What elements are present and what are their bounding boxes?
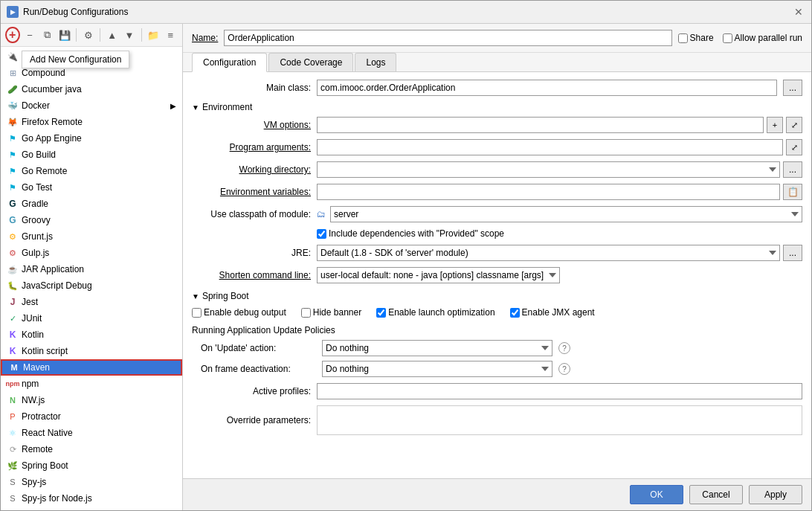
tree-item-react-native[interactable]: ⚛ React Native <box>1 425 182 441</box>
sort-button[interactable]: ≡ <box>164 27 178 43</box>
tab-configuration[interactable]: Configuration <box>192 53 267 72</box>
hide-banner-checkbox[interactable] <box>301 308 311 318</box>
tree-item-jest[interactable]: J Jest <box>1 294 182 310</box>
tree-item-go-app-engine[interactable]: ⚑ Go App Engine <box>1 130 182 147</box>
program-args-row: Program arguments: ⤢ <box>192 139 802 155</box>
ok-button[interactable]: OK <box>630 485 683 504</box>
tree-item-cucumber[interactable]: 🥒 Cucumber java <box>1 81 182 97</box>
close-button[interactable]: ✕ <box>792 5 805 19</box>
on-update-help-icon[interactable]: ? <box>558 342 570 354</box>
share-checkbox-label[interactable]: Share <box>678 33 714 43</box>
tree-item-testng[interactable]: T TestNG <box>1 507 182 510</box>
tree-item-go-build[interactable]: ⚑ Go Build <box>1 147 182 163</box>
vm-expand-btn[interactable]: + <box>767 117 783 133</box>
tree-item-go-test[interactable]: ⚑ Go Test <box>1 179 182 196</box>
enable-debug-text: Enable debug output <box>204 307 286 318</box>
tree-item-junit[interactable]: ✓ JUnit <box>1 310 182 327</box>
tab-code-coverage[interactable]: Code Coverage <box>268 53 353 71</box>
jre-select[interactable]: Default (1.8 - SDK of 'server' module) <box>317 245 780 261</box>
tree-item-label: Protractor <box>22 411 61 422</box>
main-class-browse-btn[interactable]: ... <box>783 80 802 96</box>
allow-parallel-checkbox[interactable] <box>723 33 732 43</box>
tree-item-remote[interactable]: ⟳ Remote <box>1 441 182 457</box>
shorten-cmd-label: Shorten command line: <box>192 270 311 280</box>
jre-browse-btn[interactable]: ... <box>783 245 802 261</box>
copy-config-button[interactable]: ⧉ <box>40 27 54 43</box>
tree-item-nwjs[interactable]: N NW.js <box>1 392 182 408</box>
save-config-button[interactable]: 💾 <box>57 27 71 43</box>
allow-parallel-text: Allow parallel run <box>735 33 802 43</box>
groovy-icon: G <box>7 214 19 226</box>
hide-banner-label[interactable]: Hide banner <box>301 307 361 318</box>
program-args-input[interactable] <box>317 139 783 155</box>
on-frame-select[interactable]: Do nothing Update classes and resources … <box>322 361 552 377</box>
tree-item-spring-boot[interactable]: 🌿 Spring Boot <box>1 457 182 474</box>
tree-item-groovy[interactable]: G Groovy <box>1 212 182 228</box>
tree-item-spy-js-nodejs[interactable]: S Spy-js for Node.js <box>1 490 182 507</box>
enable-debug-checkbox[interactable] <box>192 308 202 318</box>
tree-item-go-remote[interactable]: ⚑ Go Remote <box>1 163 182 179</box>
working-dir-select[interactable] <box>317 161 780 178</box>
apply-button[interactable]: Apply <box>749 485 802 504</box>
remove-config-button[interactable]: − <box>23 27 37 43</box>
tree-item-gruntjs[interactable]: ⚙ Grunt.js <box>1 228 182 245</box>
spring-boot-arrow[interactable]: ▼ <box>192 292 199 301</box>
program-args-label: Program arguments: <box>192 142 311 152</box>
tree-item-gradle[interactable]: G Gradle <box>1 196 182 212</box>
working-dir-browse-btn[interactable]: ... <box>783 161 802 178</box>
share-label: Share <box>690 33 714 43</box>
tree-item-label: npm <box>22 379 39 389</box>
tab-logs[interactable]: Logs <box>355 53 396 71</box>
add-config-button[interactable]: + <box>5 27 20 43</box>
move-down-button[interactable]: ▼ <box>122 27 136 43</box>
include-deps-checkbox[interactable] <box>317 229 326 239</box>
env-vars-btn[interactable]: 📋 <box>783 184 802 200</box>
on-update-select[interactable]: Do nothing Update classes and resources … <box>322 340 552 356</box>
spring-icon: 🌿 <box>7 460 19 472</box>
vm-options-input[interactable] <box>317 117 764 133</box>
allow-parallel-label[interactable]: Allow parallel run <box>723 33 802 43</box>
tree-item-jar[interactable]: ☕ JAR Application <box>1 261 182 277</box>
env-vars-label: Environment variables: <box>192 187 311 197</box>
enable-debug-label[interactable]: Enable debug output <box>192 307 286 318</box>
environment-section-header: ▼ Environment <box>192 102 802 112</box>
program-args-expand-btn[interactable]: ⤢ <box>786 139 802 155</box>
kotlin-script-icon: K <box>7 345 19 357</box>
content-area: + Add New Configuration − ⧉ 💾 ⚙ ▲ ▼ 📁 ≡ … <box>1 24 811 510</box>
main-class-input[interactable] <box>317 80 777 96</box>
include-deps-label[interactable]: Include dependencies with "Provided" sco… <box>317 228 504 239</box>
tree-item-label: JUnit <box>22 313 42 324</box>
cancel-button[interactable]: Cancel <box>689 485 743 504</box>
enable-jmx-label[interactable]: Enable JMX agent <box>510 307 595 318</box>
tree-item-spy-js[interactable]: S Spy-js <box>1 474 182 490</box>
share-checkbox[interactable] <box>678 33 688 43</box>
active-profiles-input[interactable] <box>317 383 802 399</box>
shorten-cmd-select[interactable]: user-local default: none - java [options… <box>317 267 560 283</box>
environment-arrow[interactable]: ▼ <box>192 103 199 112</box>
env-vars-input[interactable] <box>317 184 780 200</box>
tree-item-label: Kotlin <box>22 330 44 340</box>
tree-item-label: Firefox Remote <box>22 117 83 127</box>
tree-item-gulpjs[interactable]: ⚙ Gulp.js <box>1 245 182 261</box>
enable-launch-checkbox[interactable] <box>376 308 386 318</box>
shorten-cmd-row: Shorten command line: user-local default… <box>192 267 802 283</box>
tree-item-firefox[interactable]: 🦊 Firefox Remote <box>1 114 182 130</box>
tree-item-maven[interactable]: M Maven <box>1 359 182 376</box>
tree-item-kotlin[interactable]: K Kotlin <box>1 327 182 343</box>
tree-item-npm[interactable]: npm npm <box>1 376 182 392</box>
tree-item-protractor[interactable]: P Protractor <box>1 408 182 425</box>
vm-fullscreen-btn[interactable]: ⤢ <box>786 117 802 133</box>
tree-item-docker[interactable]: 🐳 Docker ▶ <box>1 97 182 114</box>
on-frame-help-icon[interactable]: ? <box>558 363 570 375</box>
tree-item-label: Spy-js for Node.js <box>22 493 92 504</box>
add-tooltip: Add New Configuration <box>22 51 129 68</box>
name-input[interactable] <box>224 30 671 46</box>
settings-button[interactable]: ⚙ <box>81 27 95 43</box>
enable-launch-label[interactable]: Enable launch optimization <box>376 307 494 318</box>
folder-button[interactable]: 📁 <box>146 27 161 43</box>
tree-item-js-debug[interactable]: 🐛 JavaScript Debug <box>1 277 182 294</box>
tree-item-kotlin-script[interactable]: K Kotlin script <box>1 343 182 359</box>
move-up-button[interactable]: ▲ <box>105 27 119 43</box>
classpath-select[interactable]: server <box>330 206 802 222</box>
enable-jmx-checkbox[interactable] <box>510 308 520 318</box>
